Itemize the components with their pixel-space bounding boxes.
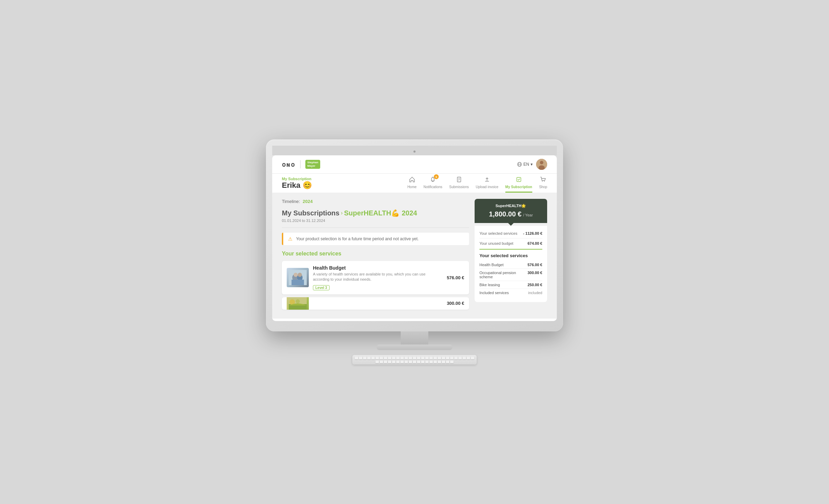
svg-point-17 (294, 273, 298, 277)
key (392, 357, 396, 359)
key (388, 360, 391, 363)
key (388, 357, 391, 359)
date-range: 01.01.2024 to 31.12.2024 (282, 219, 469, 223)
key (442, 360, 445, 363)
logo-text: ᴏɴᴏ (282, 161, 295, 168)
summary-row-selected: Your selected services - 1126.00 € (479, 231, 542, 239)
nav-item-notifications[interactable]: 6 Notifications (423, 176, 442, 193)
key (417, 357, 420, 359)
svg-point-18 (298, 273, 302, 277)
selected-services-row-value: - 1126.00 € (523, 231, 542, 235)
key (433, 357, 437, 359)
summary-pension-value: 300.00 € (527, 271, 542, 279)
svg-point-12 (544, 181, 545, 182)
key (450, 360, 454, 363)
timeline-year: 2024 (303, 199, 313, 204)
summary-service-health: Health Budget 576.00 € (479, 261, 542, 269)
camera-dot (413, 151, 416, 153)
key (429, 360, 433, 363)
service-name-health: Health Budget (313, 265, 442, 271)
logo-area: ᴏɴᴏ StephanMayer (282, 160, 320, 169)
unused-budget-label: Your unused budget (479, 241, 513, 245)
summary-details: Your selected services - 1126.00 € Your … (475, 226, 547, 302)
nav-home-label: Home (407, 185, 417, 189)
summary-bike-value: 250.00 € (527, 283, 542, 287)
key (404, 357, 408, 359)
service-image-outdoor (287, 297, 309, 310)
key (450, 357, 454, 359)
app-nav: My Subscription Erika 😊 Home (272, 174, 557, 193)
main-left: Timeline: 2024 My Subscriptions › SuperH… (282, 199, 469, 312)
key (454, 357, 458, 359)
breadcrumb-arrow: › (341, 210, 343, 216)
monitor-camera (272, 146, 557, 155)
key (442, 357, 445, 359)
key (375, 357, 379, 359)
summary-service-bike: Bike leasing 250.00 € (479, 281, 542, 289)
key (467, 357, 470, 359)
lang-label: EN (523, 162, 529, 167)
summary-plan-name: SuperHEALTH🌟 (480, 204, 542, 208)
key (417, 360, 420, 363)
svg-point-4 (540, 161, 543, 164)
summary-service-included: Included services included (479, 289, 542, 297)
service-price-pension: 300.00 € (447, 301, 464, 306)
monitor-stand-neck (401, 331, 428, 345)
nav-item-shop[interactable]: Shop (539, 176, 547, 193)
service-price-health: 576.00 € (447, 275, 464, 280)
app-main: Timeline: 2024 My Subscriptions › SuperH… (272, 193, 557, 319)
logo-badge: StephanMayer (305, 160, 321, 169)
key (446, 360, 449, 363)
service-level-health: Level 3 (313, 285, 330, 290)
nav-item-submissions[interactable]: Submissions (449, 176, 469, 193)
nav-my-subscription-label: My Subscription (505, 185, 532, 189)
key (446, 357, 449, 359)
nav-item-upload-invoice[interactable]: Upload invoice (476, 176, 498, 193)
avatar-image (536, 159, 547, 170)
section-divider (282, 227, 469, 228)
selected-services-title: Your selected services (282, 251, 469, 257)
cart-icon (540, 176, 546, 184)
service-desc-health: A variety of health services are availab… (313, 272, 442, 282)
app-container: ᴏɴᴏ StephanMayer EN ▾ (272, 155, 557, 321)
key (396, 360, 400, 363)
document-icon (456, 176, 462, 184)
key (384, 357, 387, 359)
timeline-label: Timeline: (282, 199, 300, 204)
key (380, 357, 383, 359)
key (433, 360, 437, 363)
summary-pension-label: Occupational pensionscheme (479, 271, 516, 279)
key (421, 357, 425, 359)
app-header: ᴏɴᴏ StephanMayer EN ▾ (272, 155, 557, 174)
summary-section-title: Your selected services (479, 253, 542, 258)
header-right: EN ▾ (517, 159, 547, 170)
notifications-badge: 6 (434, 174, 439, 179)
summary-period: / Year (523, 213, 533, 217)
user-info: My Subscription Erika 😊 (282, 177, 312, 193)
nav-notifications-label: Notifications (423, 185, 442, 189)
breadcrumb-parent[interactable]: My Subscriptions (282, 209, 340, 217)
key (438, 357, 441, 359)
key (438, 360, 441, 363)
avatar[interactable] (536, 159, 547, 170)
summary-service-pension: Occupational pensionscheme 300.00 € (479, 269, 542, 281)
key (425, 357, 429, 359)
nav-item-my-subscription[interactable]: My Subscription (505, 176, 532, 193)
nav-item-home[interactable]: Home (407, 176, 417, 193)
summary-price-wrapper: 1,800.00 € / Year (480, 210, 542, 218)
user-name: Erika 😊 (282, 181, 312, 190)
summary-health-label: Health Budget (479, 263, 504, 267)
svg-rect-10 (517, 177, 521, 182)
key (463, 357, 466, 359)
key (413, 357, 416, 359)
key (409, 357, 412, 359)
breadcrumb: My Subscriptions › SuperHEALTH💪 2024 (282, 209, 469, 217)
key (429, 357, 433, 359)
home-icon (409, 176, 415, 184)
service-content-health: Health Budget A variety of health servic… (313, 265, 442, 290)
summary-price: 1,800.00 € (489, 210, 522, 218)
summary-card: SuperHEALTH🌟 1,800.00 € / Year (475, 199, 547, 223)
lang-selector[interactable]: EN ▾ (517, 162, 533, 167)
selected-services-row-label: Your selected services (479, 231, 517, 235)
key (384, 360, 387, 363)
